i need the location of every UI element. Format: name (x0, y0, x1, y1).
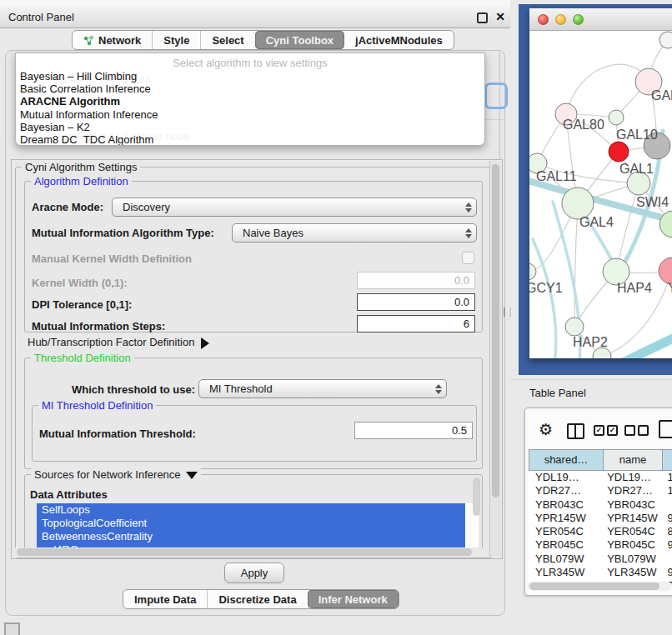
node-label: HAP2 (573, 335, 608, 349)
deselect-all-icon[interactable] (624, 425, 649, 436)
column-header-name[interactable]: name (604, 450, 663, 470)
settings-scrollpane: Cyni Algorithm Settings Algorithm Defini… (11, 159, 503, 559)
cyni-toolbox-panel: Inference Algorithm galFiltered.sif defa… (5, 50, 505, 616)
table-row[interactable]: YDR27…YDR27…12 (529, 484, 672, 498)
network-node-gal10[interactable] (609, 110, 624, 125)
table-row[interactable]: YER054CYER054C8. (529, 525, 672, 538)
algorithm-option[interactable]: Bayesian – Hill Climbing (16, 70, 484, 82)
network-node-hap2[interactable] (565, 318, 584, 336)
sources-group: Sources for Network Inference Data Attri… (24, 474, 483, 556)
tab-impute-data[interactable]: Impute Data (123, 590, 207, 608)
mi-threshold-label: Mutual Information Threshold: (39, 428, 196, 440)
scrollbar-thumb[interactable] (492, 164, 499, 498)
table-cell: YLR345W (602, 566, 660, 579)
table-horizontal-scrollbar[interactable] (528, 582, 671, 591)
table-cell: YBR043C (602, 498, 660, 512)
algorithm-option[interactable]: Mutual Information Inference (16, 108, 484, 121)
manual-kernel-checkbox[interactable] (462, 252, 474, 264)
table-cell: 9. (661, 512, 672, 525)
control-panel-tabs: Network Style Select Cyni Toolbox jActiv… (72, 30, 454, 50)
network-node-red[interactable] (609, 142, 629, 162)
node-label: GAL (651, 88, 672, 102)
kernel-width-input[interactable]: 0.0 (357, 272, 475, 289)
tab-label: Discretize Data (218, 593, 296, 606)
table-cell (661, 552, 672, 566)
combo-spinner-icon (465, 198, 472, 216)
tab-select[interactable]: Select (200, 31, 254, 49)
tab-infer-network[interactable]: Infer Network (308, 590, 399, 608)
select-all-icon[interactable]: ✓ ✓ (594, 425, 618, 436)
column-header-shared-name[interactable]: shared… (529, 450, 604, 470)
table-panel-window: ⚙ ✓ ✓ shared… name A YDL19…YDL19…13YDR27… (524, 408, 672, 596)
tab-label: Select (212, 34, 243, 47)
document-icon[interactable] (659, 420, 672, 438)
table-row[interactable]: YLR345WYLR345W9. (529, 566, 672, 579)
table-row[interactable]: YBR045CYBR045C9. (529, 538, 672, 552)
gear-icon[interactable]: ⚙ (539, 420, 553, 439)
table-header: shared… name A (529, 449, 672, 471)
tab-style[interactable]: Style (152, 31, 200, 49)
algorithm-option[interactable]: Dream8 DC_TDC Algorithm (16, 133, 484, 146)
split-columns-icon[interactable] (567, 423, 584, 439)
column-header-partial[interactable]: A (663, 450, 672, 470)
attributes-scrollbar[interactable] (473, 478, 480, 516)
table-cell: YER054C (602, 525, 660, 538)
minimize-traffic-light-icon[interactable] (555, 14, 566, 25)
scrollbar-thumb[interactable] (17, 548, 472, 556)
dock-panel-icon[interactable] (4, 622, 20, 635)
attribute-item[interactable]: TopologicalCoefficient (37, 517, 465, 530)
table-cell: 9. (661, 538, 672, 552)
group-title: Sources for Network Inference (31, 468, 201, 481)
close-traffic-light-icon[interactable] (538, 14, 549, 25)
mi-algorithm-type-select[interactable]: Naive Bayes (232, 223, 477, 242)
algorithm-option[interactable]: Bayesian – K2 (16, 121, 484, 133)
algorithm-option[interactable]: ARACNE Algorithm (16, 95, 484, 108)
table-cell: YER054C (529, 525, 602, 538)
table-cell: YBL079W (602, 552, 660, 566)
cyni-bottom-tabs: Impute Data Discretize Data Infer Networ… (123, 589, 399, 609)
settings-vertical-scrollbar[interactable] (489, 161, 501, 556)
algorithm-options-list: Bayesian – Hill ClimbingBasic Correlatio… (16, 70, 484, 146)
attribute-item[interactable]: SelfLoops (37, 503, 465, 517)
tab-network[interactable]: Network (73, 31, 152, 49)
hub-definition-toggle[interactable]: Hub/Transcription Factor Definition (28, 336, 209, 349)
algorithm-dropdown-popup: Inference Algorithm galFiltered.sif defa… (15, 52, 485, 146)
table-row[interactable]: YPR145WYPR145W9. (529, 512, 672, 525)
combo-value: MI Threshold (209, 382, 273, 395)
aracne-mode-select[interactable]: Discovery (112, 198, 477, 217)
attribute-item[interactable]: BetweennessCentrality (37, 530, 465, 543)
mi-threshold-input[interactable]: 0.5 (354, 422, 473, 439)
network-icon (83, 35, 94, 46)
group-title: MI Threshold Definition (38, 399, 156, 412)
table-row[interactable]: YBR043CYBR043C (529, 498, 672, 512)
table-row[interactable]: YBL079WYBL079W (529, 552, 672, 566)
network-window-titlebar[interactable] (529, 8, 672, 31)
close-icon[interactable]: ✕ (495, 7, 505, 28)
mi-steps-input[interactable]: 6 (357, 315, 475, 332)
dpi-tolerance-input[interactable]: 0.0 (357, 293, 475, 311)
zoom-traffic-light-icon[interactable] (573, 14, 584, 25)
settings-horizontal-scrollbar[interactable] (13, 548, 489, 558)
scrollbar-thumb[interactable] (529, 582, 659, 590)
tab-jactivemnodules[interactable]: jActiveMNodules (344, 31, 454, 49)
checked-box-icon: ✓ (594, 425, 604, 436)
table-body: YDL19…YDL19…13YDR27…YDR27…12YBR043CYBR04… (529, 471, 672, 586)
network-node-gcy1[interactable] (529, 263, 536, 280)
which-threshold-select[interactable]: MI Threshold (198, 379, 447, 398)
table-row[interactable]: YDL19…YDL19…13 (529, 471, 672, 484)
float-window-icon[interactable] (477, 12, 488, 23)
algorithm-option[interactable]: Basic Correlation Inference (16, 82, 484, 95)
table-cell (661, 498, 672, 512)
table-cell: 12 (661, 484, 672, 498)
panel-splitter-handle[interactable] (504, 308, 511, 317)
table-cell: YBR043C (529, 498, 602, 512)
combo-spinner-icon (435, 380, 442, 398)
network-canvas[interactable]: GALGAL80GAL10GAL1GAL11SWI4GAL4GCY1HAP4YH… (529, 31, 672, 358)
apply-button[interactable]: Apply (224, 562, 284, 583)
collapse-arrow-icon (186, 472, 198, 479)
table-cell: YDL19… (529, 471, 602, 484)
tab-discretize-data[interactable]: Discretize Data (207, 590, 307, 608)
network-node-top-partial[interactable] (659, 32, 672, 48)
tab-cyni-toolbox[interactable]: Cyni Toolbox (255, 31, 344, 49)
group-title: Threshold Definition (31, 352, 134, 364)
